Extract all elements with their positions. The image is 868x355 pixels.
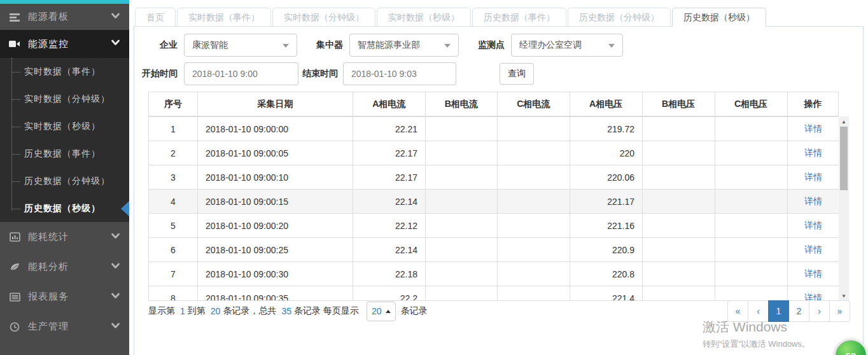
detail-link[interactable]: 详情 [804,220,822,230]
table-cell [715,141,788,165]
table-row: 32018-01-10 09:00:1022.17220.06详情 [149,165,839,190]
page-button-2[interactable]: 2 [788,300,809,322]
page-button-»[interactable]: » [829,300,850,322]
page-button-«[interactable]: « [727,300,748,322]
table-cell [498,190,570,214]
tab-bar: 首页实时数据（事件）实时数据（分钟级）实时数据（秒级）历史数据（事件）历史数据（… [135,8,766,27]
caret-down-icon [608,44,615,48]
column-header: 采集日期 [197,92,353,116]
end-time-input[interactable]: 2018-01-10 9:03 [343,62,456,85]
page-button-›[interactable]: › [809,300,830,322]
tab-3[interactable]: 实时数据（秒级） [377,8,471,27]
tab-6[interactable]: 历史数据（秒级） [672,8,766,27]
table-row: 72018-01-10 09:00:3022.18220.8详情 [149,262,839,286]
table-cell [426,214,498,238]
table-cell [498,165,570,190]
search-button[interactable]: 查询 [500,63,534,85]
table-cell: 2018-01-10 09:00:35 [198,286,353,302]
table-cell: 2018-01-10 09:00:25 [198,238,353,262]
sidebar-subitem[interactable]: 历史数据（分钟级） [0,167,129,195]
table-cell: 3 [149,165,198,190]
detail-link[interactable]: 详情 [804,123,822,134]
table-cell [498,214,570,238]
sidebar-item-label: 报表服务 [28,291,111,303]
tree-connector [12,209,20,209]
table-scrollbar[interactable]: ▲ ▼ [839,116,849,301]
table-cell: 22.17 [353,141,426,165]
sidebar-item[interactable]: 能源看板 [0,4,129,30]
concentrator-label: 集中器 [312,39,343,51]
detail-link[interactable]: 详情 [804,244,822,254]
sidebar-subitem[interactable]: 历史数据（事件） [0,140,129,167]
chevron-down-icon [111,323,120,331]
analysis-leaf-icon [9,261,20,273]
table-cell-action: 详情 [788,214,839,238]
table-cell [426,286,498,302]
scroll-down-icon[interactable]: ▼ [839,291,849,301]
dashboard-icon [9,11,20,23]
end-time-label: 结束时间 [302,68,338,80]
tree-connector [12,127,20,127]
detail-link[interactable]: 详情 [804,148,822,158]
table-cell [715,214,788,238]
sidebar-subitem[interactable]: 实时数据（秒级） [0,113,129,140]
tab-5[interactable]: 历史数据（分钟级） [568,8,671,27]
column-header: A相电压 [570,92,642,116]
table-cell: 22.2 [353,286,426,302]
table-cell [426,141,498,165]
tab-2[interactable]: 实时数据（分钟级） [272,8,375,27]
sidebar-item[interactable]: 能耗统计 [0,222,129,252]
sidebar-subitem[interactable]: 实时数据（分钟级） [0,85,129,113]
table-cell: 1 [149,117,198,141]
sidebar-item[interactable]: 报表服务 [0,282,129,312]
concentrator-select[interactable]: 智慧能源事业部 [349,34,459,57]
page-size-dropdown[interactable]: 20 [367,302,396,321]
sidebar-item[interactable]: 生产管理 [0,312,129,342]
detail-link[interactable]: 详情 [804,268,822,279]
tab-0[interactable]: 首页 [135,8,176,27]
table-footer: 显示第 1 到第 20 条记录，总共 35 条记录 每页显示 20 条记录 «‹… [148,300,850,322]
chevron-down-icon [111,293,120,302]
sidebar-item[interactable]: 能源监控 [0,30,129,58]
start-time-input[interactable]: 2018-01-10 9:00 [184,62,298,85]
column-header: B相电流 [425,92,497,116]
sidebar-subitem-label: 实时数据（事件） [24,66,101,78]
sidebar-subitem[interactable]: 实时数据（事件） [0,58,129,85]
sidebar-subitem[interactable]: 历史数据（秒级） [0,195,129,222]
filter-row-2: 开始时间 2018-01-10 9:00 结束时间 2018-01-10 9:0… [142,62,534,85]
content-panel: 企业 康派智能 集中器 智慧能源事业部 监测点 经理办公室空调 开始时间 201… [134,26,864,355]
table-cell [426,165,498,190]
scrollbar-thumb[interactable] [840,127,848,190]
table-cell-action: 详情 [788,238,839,262]
chevron-down-icon [111,263,120,272]
end-time-value: 2018-01-10 9:03 [351,69,417,79]
table-cell-action: 详情 [788,165,839,190]
monitor-point-select[interactable]: 经理办公室空调 [511,34,623,57]
enterprise-select[interactable]: 康派智能 [184,34,297,57]
scroll-up-icon[interactable]: ▲ [839,116,849,127]
page-button-1[interactable]: 1 [768,300,789,322]
pagination: «‹12›» [727,300,850,322]
sidebar-item-label: 能源看板 [28,11,111,23]
sidebar-item-partial[interactable] [0,342,129,354]
sidebar-subitem-label: 历史数据（事件） [24,148,101,160]
table-cell: 22.21 [353,117,426,141]
detail-link[interactable]: 详情 [804,293,822,302]
table-cell [498,286,570,302]
table-row: 62018-01-10 09:00:2522.14220.9详情 [149,238,839,262]
table-cell: 5 [149,214,198,238]
stats-chart-icon [9,232,20,243]
tab-1[interactable]: 实时数据（事件） [177,8,271,27]
records-text: 到第 [188,305,206,317]
start-time-value: 2018-01-10 9:00 [192,69,258,79]
monitor-point-label: 监测点 [474,39,505,51]
table-cell [715,262,788,286]
detail-link[interactable]: 详情 [804,172,822,182]
page-button-‹[interactable]: ‹ [748,300,769,322]
chevron-down-icon [111,39,120,48]
sidebar-submenu: 实时数据（事件）实时数据（分钟级）实时数据（秒级）历史数据（事件）历史数据（分钟… [0,58,129,222]
detail-link[interactable]: 详情 [804,196,822,206]
table-cell [643,238,715,262]
tab-4[interactable]: 历史数据（事件） [472,8,566,27]
sidebar-item[interactable]: 能耗分析 [0,252,129,282]
